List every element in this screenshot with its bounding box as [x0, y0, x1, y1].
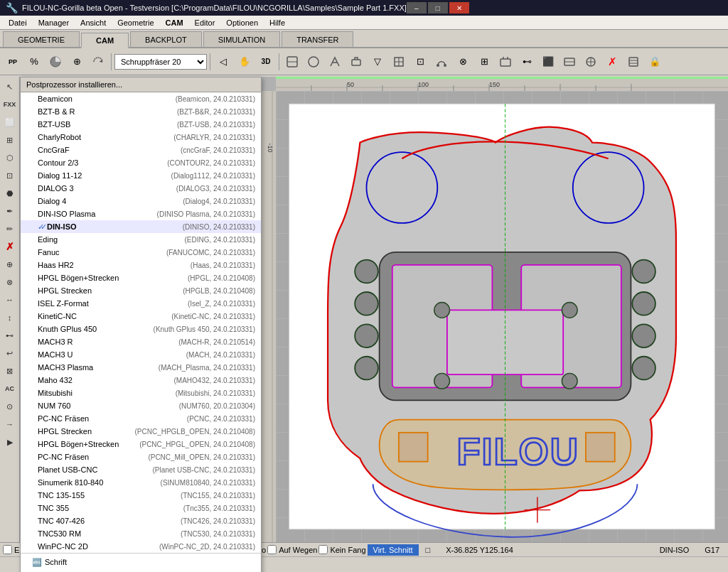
pp-isel[interactable]: ISEL Z-Format (Isel_Z, 24.0.210331)	[21, 297, 261, 310]
pp-planet[interactable]: Planet USB-CNC (Planet USB-CNC, 24.0.210…	[21, 463, 261, 476]
menu-cam[interactable]: CAM	[160, 17, 189, 28]
sb-undo[interactable]: ↩	[1, 345, 18, 362]
pp-tnc135[interactable]: TNC 135-155 (TNC155, 24.0.210331)	[21, 489, 261, 502]
toolbar-pie-button[interactable]	[46, 52, 65, 72]
pp-dialog4[interactable]: Dialog 4 (Dialog4, 24.0.210331)	[21, 195, 261, 207]
pp-diniso[interactable]: ✓ DIN-ISO (DINISO, 24.0.210331)	[21, 220, 261, 233]
toolbar-crosshair-button[interactable]: ⊕	[67, 52, 87, 72]
pp-contour[interactable]: Contour 2/3 (CONTOUR2, 24.0.210331)	[21, 156, 261, 169]
pp-dialog1112[interactable]: Dialog 11-12 (Dialog1112, 24.0.210331)	[21, 169, 261, 182]
toolbar-3d-button[interactable]: 3D	[256, 52, 276, 72]
sb-rect[interactable]: ⬜	[1, 114, 18, 131]
toolbar-cam-9[interactable]: ⊗	[453, 52, 473, 72]
sb-target[interactable]: ⊙	[1, 398, 18, 415]
cad-canvas[interactable]: FILOU	[276, 91, 728, 542]
maximize-button[interactable]: □	[428, 2, 448, 14]
pp-charlyrobot[interactable]: CharlyRobot (CHARLYR, 24.0.210331)	[21, 131, 261, 144]
toolbar-cam-17[interactable]	[623, 52, 643, 72]
menu-editor[interactable]: Editor	[189, 17, 221, 28]
sb-grid[interactable]: ⊞	[1, 131, 18, 149]
pp-beamicon[interactable]: Beamicon (Beamicon, 24.0.210331)	[21, 92, 261, 105]
pp-num760[interactable]: NUM 760 (NUM760, 20.0.210304)	[21, 399, 261, 412]
sb-cross[interactable]: ⊗	[1, 274, 18, 291]
toolbar-cam-6[interactable]	[389, 52, 409, 72]
menu-optionen[interactable]: Optionen	[220, 17, 264, 28]
sb-fxx[interactable]: FXX	[1, 96, 18, 113]
tab-geometrie[interactable]: GEOMETRIE	[3, 31, 80, 47]
menu-geometrie[interactable]: Geometrie	[112, 17, 159, 28]
toolbar-cam-7[interactable]: ⊡	[410, 52, 430, 72]
pp-hpgl-strecken[interactable]: HPGL Strecken (HPGLB, 24.0.210408)	[21, 284, 261, 297]
pp-pcnc-hpgl-strecken[interactable]: HPGL Strecken (PCNC_HPGLB_OPEN, 24.0.210…	[21, 425, 261, 438]
virt-schnitt-badge[interactable]: Virt. Schnitt	[368, 544, 419, 556]
pp-pcnc-frasen[interactable]: PC-NC Fräsen (PCNC, 24.0.210331)	[21, 412, 261, 425]
toolbar-cam-13[interactable]: ⬛	[538, 52, 558, 72]
toolbar-cam-15[interactable]	[581, 52, 601, 72]
sb-ac[interactable]: AC	[1, 380, 18, 397]
toolbar-error-button[interactable]: ✗	[602, 52, 622, 72]
pp-pcnc-mill[interactable]: PC-NC Fräsen (PCNC_Mill_OPEN, 24.0.21033…	[21, 450, 261, 463]
pp-pcnc-hpgl-bogen[interactable]: HPGL Bögen+Strecken (PCNC_HPGL_OPEN, 24.…	[21, 438, 261, 450]
sb-snap[interactable]: ⊷	[1, 327, 18, 344]
sb-hex[interactable]: ⬡	[1, 149, 18, 166]
sb-select[interactable]: ↖	[1, 78, 18, 95]
tab-backplot[interactable]: BACKPLOT	[130, 31, 202, 47]
tab-simulation[interactable]: SIMULATION	[203, 31, 280, 47]
tab-transfer[interactable]: TRANSFER	[282, 31, 353, 47]
pp-hpgl-bogen[interactable]: HPGL Bögen+Strecken (HPGL, 24.0.210408)	[21, 271, 261, 284]
pp-mach3u[interactable]: MACH3 U (MACH, 24.0.210331)	[21, 348, 261, 361]
close-button[interactable]: ✕	[449, 2, 469, 14]
menu-manager[interactable]: Manager	[33, 17, 75, 28]
toolbar-cam-3[interactable]	[325, 52, 345, 72]
pp-kinetic[interactable]: KinetiC-NC (KinetiC-NC, 24.0.210331)	[21, 310, 261, 323]
dropdown-header[interactable]: Postprozessor installieren...	[21, 77, 261, 92]
sb-shape[interactable]: ⬣	[1, 185, 18, 202]
toolbar-arrow-button[interactable]	[88, 52, 108, 72]
toolbar-pp-button[interactable]: PP	[3, 52, 23, 72]
pp-bzt-usb[interactable]: BZT-USB (BZT-USB, 24.0.210331)	[21, 118, 261, 131]
pp-fanuc[interactable]: Fanuc (FANUCOMC, 24.0.210331)	[21, 246, 261, 259]
sb-delete[interactable]: ✗	[1, 238, 18, 255]
pp-eding[interactable]: Eding (EDING, 24.0.210331)	[21, 233, 261, 246]
sb-v-arrow[interactable]: ↕	[1, 309, 18, 326]
toolbar-cam-4[interactable]	[346, 52, 366, 72]
pp-diniso-plasma[interactable]: DIN-ISO Plasma (DINISO Plasma, 24.0.2103…	[21, 207, 261, 220]
sb-tri-right[interactable]: ▶	[1, 433, 18, 450]
pp-tnc355[interactable]: TNC 355 (Tnc355, 24.0.210331)	[21, 502, 261, 514]
toolbar-nav-left[interactable]: ◁	[213, 52, 233, 72]
toolbar-cam-11[interactable]	[496, 52, 515, 72]
pp-tnc407[interactable]: TNC 407-426 (TNC426, 24.0.210331)	[21, 514, 261, 527]
pp-dialog3[interactable]: DIALOG 3 (DIALOG3, 24.0.210331)	[21, 182, 261, 195]
menu-ansicht[interactable]: Ansicht	[75, 17, 112, 28]
pp-sinumerik[interactable]: Sinumerik 810-840 (SINUM810840, 24.0.210…	[21, 476, 261, 489]
sb-circle[interactable]: ⊕	[1, 256, 18, 273]
check-auf-wegen[interactable]: Auf Wegen	[267, 545, 317, 554]
pp-mach3r[interactable]: MACH3 R (MACH-R, 24.0.210514)	[21, 335, 261, 348]
pp-tnc530[interactable]: TNC530 RM (TNC530, 24.0.210331)	[21, 527, 261, 540]
pp-cncgraf[interactable]: CncGraF (cncGraF, 24.0.210331)	[21, 144, 261, 156]
minimize-button[interactable]: –	[407, 2, 427, 14]
pp-knuth[interactable]: Knuth GPlus 450 (Knuth GPlus 450, 24.0.2…	[21, 323, 261, 335]
pp-schrift[interactable]: 🔤 Schrift	[26, 556, 255, 568]
toolbar-cam-1[interactable]	[282, 52, 302, 72]
toolbar-percent-button[interactable]: %	[24, 52, 44, 72]
menu-datei[interactable]: Datei	[3, 17, 33, 28]
toolbar-cam-14[interactable]	[560, 52, 579, 72]
toolbar-lock-button[interactable]: 🔒	[645, 52, 665, 72]
tool-selector[interactable]: Schruppfräser 20	[114, 54, 207, 70]
tab-cam[interactable]: CAM	[81, 33, 129, 48]
toolbar-cam-12[interactable]: ⊷	[517, 52, 537, 72]
pp-mitsubishi[interactable]: Mitsubishi (Mitsubishi, 24.0.210331)	[21, 387, 261, 399]
sb-pen[interactable]: ✒	[1, 203, 18, 220]
toolbar-cam-2[interactable]	[304, 52, 323, 72]
menu-hilfe[interactable]: Hilfe	[264, 17, 291, 28]
sb-right-arrow[interactable]: →	[1, 416, 18, 433]
pp-maho[interactable]: Maho 432 (MAHO432, 24.0.210331)	[21, 374, 261, 387]
sb-transform[interactable]: ⊠	[1, 362, 18, 379]
pp-mach3-plasma[interactable]: MACH3 Plasma (MACH_Plasma, 24.0.210331)	[21, 361, 261, 374]
sb-h-arrow[interactable]: ↔	[1, 291, 18, 308]
sb-pencil[interactable]: ✏	[1, 220, 18, 237]
toolbar-cam-8[interactable]	[432, 52, 451, 72]
cad-viewport[interactable]: 50 100 150	[262, 77, 728, 542]
pp-winpc-nc[interactable]: WinPC-NC 2D (WinPC-NC_2D, 24.0.210331)	[21, 540, 261, 553]
